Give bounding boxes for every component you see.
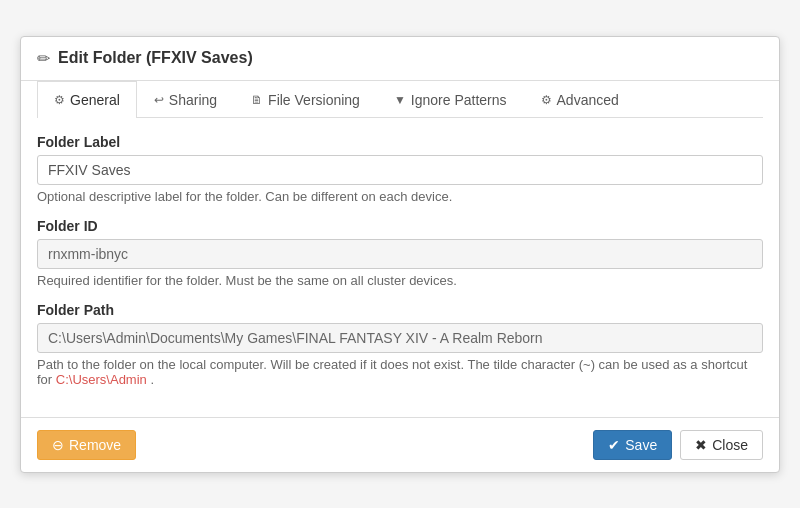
tab-ignore-patterns-label: Ignore Patterns <box>411 92 507 108</box>
close-icon: ✖ <box>695 437 707 453</box>
tab-file-versioning[interactable]: 🗎 File Versioning <box>234 81 377 118</box>
save-button[interactable]: ✔ Save <box>593 430 672 460</box>
save-icon: ✔ <box>608 437 620 453</box>
folder-label-hint: Optional descriptive label for the folde… <box>37 189 763 204</box>
tab-advanced-label: Advanced <box>557 92 619 108</box>
tab-file-versioning-label: File Versioning <box>268 92 360 108</box>
folder-path-hint: Path to the folder on the local computer… <box>37 357 763 387</box>
folder-path-hint-link[interactable]: C:\Users\Admin <box>56 372 147 387</box>
modal-header: ✏ Edit Folder (FFXIV Saves) <box>21 37 779 81</box>
versioning-icon: 🗎 <box>251 93 263 107</box>
tab-ignore-patterns[interactable]: ▼ Ignore Patterns <box>377 81 524 118</box>
action-buttons: ✔ Save ✖ Close <box>593 430 763 460</box>
share-icon: ↩ <box>154 93 164 107</box>
folder-id-label: Folder ID <box>37 218 763 234</box>
folder-label-label: Folder Label <box>37 134 763 150</box>
close-label: Close <box>712 437 748 453</box>
modal-footer: ⊖ Remove ✔ Save ✖ Close <box>21 417 779 472</box>
tab-general-label: General <box>70 92 120 108</box>
folder-path-hint-after: . <box>150 372 154 387</box>
close-button[interactable]: ✖ Close <box>680 430 763 460</box>
save-label: Save <box>625 437 657 453</box>
gear-icon: ⚙ <box>54 93 65 107</box>
edit-icon: ✏ <box>37 49 50 68</box>
modal-title: Edit Folder (FFXIV Saves) <box>58 49 253 67</box>
remove-button[interactable]: ⊖ Remove <box>37 430 136 460</box>
folder-path-group: Folder Path Path to the folder on the lo… <box>37 302 763 387</box>
filter-icon: ▼ <box>394 93 406 107</box>
folder-id-input[interactable] <box>37 239 763 269</box>
tab-sharing[interactable]: ↩ Sharing <box>137 81 234 118</box>
advanced-gear-icon: ⚙ <box>541 93 552 107</box>
folder-label-group: Folder Label Optional descriptive label … <box>37 134 763 204</box>
folder-path-input[interactable] <box>37 323 763 353</box>
folder-id-group: Folder ID Required identifier for the fo… <box>37 218 763 288</box>
tab-advanced[interactable]: ⚙ Advanced <box>524 81 636 118</box>
tab-sharing-label: Sharing <box>169 92 217 108</box>
modal-body: ⚙ General ↩ Sharing 🗎 File Versioning ▼ … <box>21 81 779 417</box>
folder-path-label: Folder Path <box>37 302 763 318</box>
edit-folder-modal: ✏ Edit Folder (FFXIV Saves) ⚙ General ↩ … <box>20 36 780 473</box>
folder-label-input[interactable] <box>37 155 763 185</box>
remove-label: Remove <box>69 437 121 453</box>
folder-id-hint: Required identifier for the folder. Must… <box>37 273 763 288</box>
tab-general[interactable]: ⚙ General <box>37 81 137 118</box>
remove-icon: ⊖ <box>52 437 64 453</box>
tab-bar: ⚙ General ↩ Sharing 🗎 File Versioning ▼ … <box>37 81 763 118</box>
